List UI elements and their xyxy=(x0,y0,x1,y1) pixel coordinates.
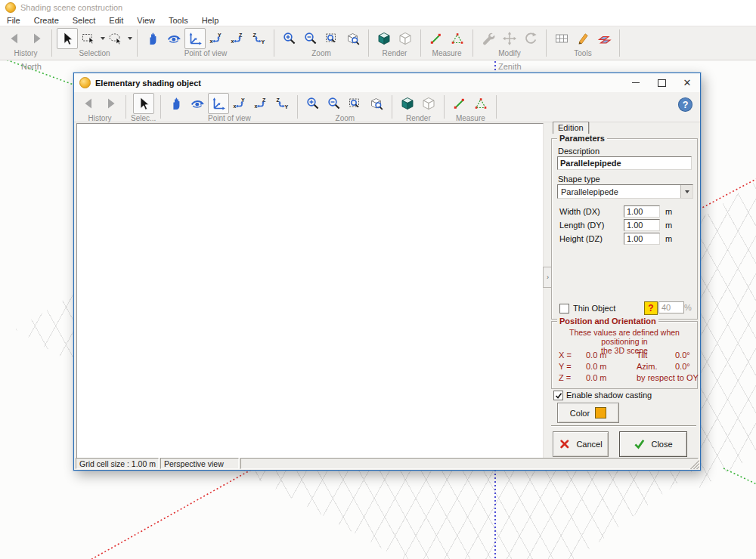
position-legend: Position and Orientation xyxy=(557,317,658,326)
pan-hand-button[interactable] xyxy=(142,28,163,49)
thin-help-button[interactable]: ? xyxy=(644,301,658,315)
measure-distance-button[interactable] xyxy=(426,28,447,49)
tools-table-button[interactable] xyxy=(551,28,572,49)
minimize-button[interactable] xyxy=(623,73,649,92)
parameters-groupbox: Parameters Description Parallelepipede S… xyxy=(551,138,698,320)
description-input[interactable]: Parallelepipede xyxy=(557,156,692,170)
dialog-group-selection: Selec... xyxy=(126,92,160,122)
history-forward-button[interactable] xyxy=(26,28,47,49)
measure-angle-button[interactable] xyxy=(447,28,468,49)
dialog-3d-canvas[interactable] xyxy=(76,123,544,460)
status-empty-cell xyxy=(240,458,699,469)
menu-create[interactable]: Create xyxy=(27,16,66,25)
dialog-select-cursor-button[interactable] xyxy=(133,93,154,114)
pos-z-label: Z = xyxy=(559,373,571,382)
width-input[interactable]: 1.00 xyxy=(624,205,660,218)
tools-pencil-button[interactable] xyxy=(572,28,593,49)
modify-wrench-button[interactable] xyxy=(478,28,499,49)
dialog-perspective-axes-button[interactable] xyxy=(208,93,229,114)
dialog-render-wireframe-button[interactable] xyxy=(418,93,439,114)
width-unit: m xyxy=(665,207,672,216)
shape-type-select[interactable]: Parallelepipede xyxy=(557,184,693,199)
dialog-statusbar: Grid cell size : 1.00 m Perspective view xyxy=(76,458,699,469)
dialog-titlebar[interactable]: Elementary shading object ✕ xyxy=(74,73,700,92)
dialog-orbit-view-button[interactable] xyxy=(187,93,208,114)
tilt-value: 0.0° xyxy=(675,351,690,360)
dialog-measure-distance-button[interactable] xyxy=(449,93,470,114)
zenith-axis-label: Zenith xyxy=(498,62,522,71)
tilt-label: Tilt xyxy=(637,351,647,360)
cancel-button[interactable]: Cancel xyxy=(553,431,609,457)
dialog-group-label-pov: Point of view xyxy=(208,114,251,122)
cancel-button-label: Cancel xyxy=(576,440,602,449)
perspective-axes-button[interactable] xyxy=(184,28,206,49)
dialog-group-label-history: History xyxy=(88,114,111,122)
rect-select-button[interactable] xyxy=(78,28,99,49)
length-unit: m xyxy=(665,221,672,230)
height-label: Height (DZ) xyxy=(559,234,603,243)
group-history: History xyxy=(0,26,51,60)
thin-value-input: 40 xyxy=(658,301,684,313)
select-cursor-button[interactable] xyxy=(57,28,78,49)
modify-move-button[interactable] xyxy=(499,28,520,49)
menu-file[interactable]: File xyxy=(0,16,27,25)
dialog-render-solid-button[interactable] xyxy=(397,93,418,114)
menu-view[interactable]: View xyxy=(130,16,162,25)
zoom-in-button[interactable] xyxy=(279,28,300,49)
dialog-view-xy-button[interactable] xyxy=(229,93,250,114)
lasso-select-button[interactable] xyxy=(105,28,126,49)
dialog-view-zy-button[interactable] xyxy=(271,93,293,114)
main-menubar: File Create Select Edit View Tools Help xyxy=(0,15,756,26)
view-zy-button[interactable] xyxy=(248,28,269,49)
shadow-casting-checkbox[interactable] xyxy=(553,391,563,400)
dialog-view-xz-button[interactable] xyxy=(250,93,271,114)
dialog-zoom-window-button[interactable] xyxy=(345,93,366,114)
view-xz-button[interactable] xyxy=(227,28,248,49)
render-solid-button[interactable] xyxy=(373,28,395,49)
dialog-pan-hand-button[interactable] xyxy=(166,93,187,114)
color-button-label: Color xyxy=(570,409,590,418)
menu-select[interactable]: Select xyxy=(66,16,103,25)
close-window-button[interactable]: ✕ xyxy=(674,73,700,92)
view-xy-button[interactable] xyxy=(206,28,227,49)
modify-rotate-button[interactable] xyxy=(520,28,541,49)
dialog-zoom-out-button[interactable] xyxy=(324,93,345,114)
zoom-window-button[interactable] xyxy=(321,28,342,49)
dialog-zoom-extents-button[interactable] xyxy=(366,93,387,114)
group-label-pov: Point of view xyxy=(184,49,228,57)
pos-x-value: 0.0 m xyxy=(586,351,607,360)
elementary-shading-object-dialog: Elementary shading object ✕ History Sele… xyxy=(73,73,701,471)
group-tools: Tools xyxy=(547,26,619,60)
dialog-zoom-in-button[interactable] xyxy=(302,93,324,114)
thin-object-checkbox[interactable] xyxy=(559,304,569,313)
menu-edit[interactable]: Edit xyxy=(102,16,130,25)
menu-tools[interactable]: Tools xyxy=(162,16,195,25)
zoom-out-button[interactable] xyxy=(300,28,321,49)
close-button[interactable]: Close xyxy=(619,431,687,457)
length-input[interactable]: 1.00 xyxy=(624,219,660,231)
thin-unit-label: % xyxy=(684,303,692,312)
status-view-mode: Perspective view xyxy=(160,458,239,469)
dialog-history-back-button[interactable] xyxy=(79,93,100,114)
tools-zone-button[interactable] xyxy=(593,28,615,49)
resize-grip[interactable] xyxy=(690,460,699,469)
maximize-button[interactable] xyxy=(649,73,674,92)
lasso-select-dropdown-icon[interactable] xyxy=(128,37,132,40)
orbit-view-button[interactable] xyxy=(163,28,184,49)
render-wireframe-button[interactable] xyxy=(395,28,416,49)
dialog-history-forward-button[interactable] xyxy=(100,93,121,114)
tab-edition[interactable]: Edition xyxy=(553,122,589,134)
color-button[interactable]: Color xyxy=(557,403,619,423)
azim-label: Azim. xyxy=(637,362,658,371)
help-button[interactable] xyxy=(677,97,693,113)
history-back-button[interactable] xyxy=(5,28,26,49)
group-measure: Measure xyxy=(421,26,472,60)
shape-type-dropdown-icon[interactable] xyxy=(680,185,692,198)
dialog-group-label-render: Render xyxy=(406,114,431,122)
menu-help[interactable]: Help xyxy=(195,16,226,25)
dialog-title: Elementary shading object xyxy=(95,79,201,88)
zoom-extents-button[interactable] xyxy=(342,28,364,49)
dialog-icon xyxy=(79,77,91,88)
height-input[interactable]: 1.00 xyxy=(624,233,660,245)
dialog-measure-angle-button[interactable] xyxy=(470,93,491,114)
